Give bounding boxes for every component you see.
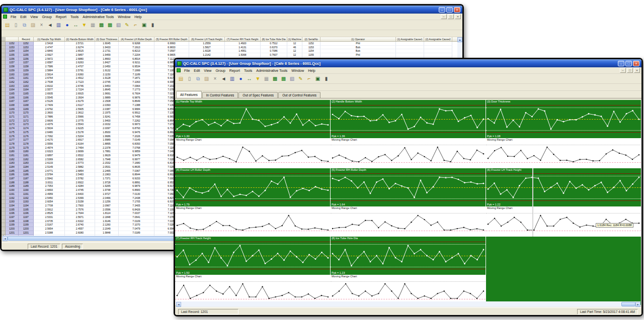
row-header[interactable]: 1175 <box>6 131 19 135</box>
minimize-button[interactable]: – <box>439 7 445 13</box>
table-cell[interactable]: 2.6480 <box>34 131 65 135</box>
column-header[interactable]: (2) Assignable Cause2 <box>424 37 452 41</box>
table-cell[interactable]: 2.0097 <box>95 127 119 131</box>
row-header[interactable]: 1182 <box>6 158 19 162</box>
table-cell[interactable]: 6.9973 <box>119 123 154 127</box>
table-cell[interactable]: 2.1532 <box>95 161 119 165</box>
table-cell[interactable]: 1154 <box>302 49 320 53</box>
tab-out-of-control-features[interactable]: Out of Control Features <box>278 92 320 98</box>
table-cell[interactable]: 2.5556 <box>34 142 65 146</box>
table-cell[interactable]: 7.0597 <box>154 49 189 53</box>
table-cell[interactable]: 2.6164 <box>65 142 95 146</box>
record-cell[interactable]: 1197 <box>19 216 34 220</box>
table-cell[interactable] <box>424 53 452 57</box>
table-cell[interactable]: 1.9453 <box>95 84 119 88</box>
row-selector[interactable] <box>2 169 6 173</box>
table-cell[interactable]: 1.4951 <box>225 49 261 53</box>
record-cell[interactable]: 1187 <box>19 177 34 181</box>
table-cell[interactable]: 6.8891 <box>119 181 154 185</box>
record-cell[interactable]: 1193 <box>19 200 34 204</box>
row-header[interactable]: 1166 <box>6 96 19 100</box>
table-row[interactable]: 115511552.59272.58571.94597.22046.98051.… <box>2 53 462 57</box>
row-header[interactable]: 1174 <box>6 127 19 131</box>
table-cell[interactable]: 2.0466 <box>95 196 119 200</box>
table-cell[interactable]: 6.8426 <box>119 208 154 212</box>
table-cell[interactable]: 7.0768 <box>119 146 154 150</box>
open-folder-icon[interactable]: ▤ <box>4 21 11 29</box>
row-header[interactable]: 1163 <box>6 84 19 88</box>
back-titlebar[interactable]: QC-CALC SPC (3.4.127) - [User Group Shop… <box>2 6 462 14</box>
mdi-close-button[interactable]: × <box>634 68 640 73</box>
table-cell[interactable]: 2.5942 <box>34 177 65 181</box>
record-cell[interactable]: 1189 <box>19 184 34 188</box>
table-cell[interactable]: 2.5671 <box>65 216 95 220</box>
table-cell[interactable]: 2.5204 <box>65 135 95 139</box>
row-selector[interactable] <box>2 80 6 84</box>
table-cell[interactable]: 1.9459 <box>95 53 119 57</box>
table-cell[interactable]: 46 <box>287 46 302 50</box>
restore-button[interactable]: □ <box>446 7 453 13</box>
column-header[interactable]: (2) SerialNo <box>302 37 320 41</box>
row-selector[interactable] <box>2 69 6 73</box>
table-cell[interactable]: 2.5912 <box>34 208 65 212</box>
front-titlebar[interactable]: QC-CALC SPC (3.4.127) - [User Group Shop… <box>175 59 641 67</box>
cards-icon[interactable]: ▧ <box>288 75 296 82</box>
table-cell[interactable]: 6.9977 <box>119 158 154 162</box>
row-header[interactable]: 1165 <box>6 92 19 96</box>
moving-range-chart[interactable]: Moving Range Chart <box>175 138 330 168</box>
restore-button[interactable]: □ <box>625 61 632 66</box>
moving-range-chart[interactable]: Moving Range Chart <box>486 138 641 168</box>
table-cell[interactable]: 2.6922 <box>65 181 95 185</box>
scroll-up-icon[interactable]: ▲ <box>457 37 462 42</box>
row-header[interactable]: 1176 <box>6 135 19 139</box>
moving-range-chart[interactable]: Moving Range Chart <box>331 275 486 305</box>
row-selector[interactable] <box>2 208 6 212</box>
record-cell[interactable]: 1194 <box>19 204 34 208</box>
table-cell[interactable]: 2.6735 <box>34 220 65 224</box>
notes-icon[interactable]: ✎ <box>123 21 131 29</box>
table-cell[interactable]: 2.5614 <box>34 73 65 77</box>
table-cell[interactable] <box>396 53 424 57</box>
table-cell[interactable]: 2.5784 <box>34 173 65 177</box>
table-cell[interactable]: 7.1189 <box>119 73 154 77</box>
table-cell[interactable]: 0.7512 <box>261 42 287 46</box>
row-header[interactable]: 1183 <box>6 161 19 165</box>
table-cell[interactable]: 1.9265 <box>95 184 119 188</box>
menu-help[interactable]: Help <box>132 15 143 19</box>
table-cell[interactable]: 6.7604 <box>119 92 154 96</box>
table-cell[interactable]: Bob <box>320 49 396 53</box>
record-cell[interactable]: 1174 <box>19 127 34 131</box>
table-cell[interactable]: 7.2262 <box>119 119 154 123</box>
table-cell[interactable]: 2.4170 <box>34 138 65 142</box>
row-selector[interactable] <box>2 103 6 108</box>
navigate-icon[interactable]: ↔ <box>246 75 253 82</box>
table-cell[interactable]: Bob <box>320 46 396 50</box>
moving-range-chart[interactable]: Moving Range Chart <box>486 206 641 237</box>
table-cell[interactable]: 7.2438 <box>119 196 154 200</box>
table-cell[interactable]: 7.1388 <box>119 103 154 108</box>
table-cell[interactable] <box>424 46 452 50</box>
table-cell[interactable]: 1.9146 <box>95 220 119 224</box>
row-selector[interactable] <box>2 173 6 177</box>
moving-range-chart[interactable]: Moving Range Chart <box>331 206 486 237</box>
table-cell[interactable]: 2.1963 <box>95 173 119 177</box>
control-chart[interactable]: (4) Freezer LH Roller DepthPpk = 1.79 <box>175 168 330 206</box>
record-dot-icon[interactable]: ● <box>63 21 71 29</box>
table-cell[interactable]: 2.2465 <box>95 169 119 173</box>
menu-window[interactable]: Window <box>289 69 306 72</box>
cut-icon[interactable]: × <box>211 75 219 82</box>
table-cell[interactable]: 2.7224 <box>65 88 95 92</box>
table-cell[interactable]: 6.9479 <box>119 154 154 158</box>
table-cell[interactable]: 1.4131 <box>225 46 261 50</box>
moving-range-chart[interactable]: Moving Range Chart <box>175 275 330 305</box>
record-cell[interactable]: 1184 <box>19 165 34 169</box>
record-cell[interactable]: 1192 <box>19 196 34 200</box>
row-selector[interactable] <box>2 73 6 77</box>
record-cell[interactable]: 1183 <box>19 161 34 165</box>
table-cell[interactable]: 2.6854 <box>65 169 95 173</box>
control-chart[interactable]: (5) Freezer RH Roller DepthPpk = 1.64 <box>331 168 486 206</box>
row-header[interactable]: 1191 <box>6 192 19 196</box>
table-cell[interactable]: 2.6587 <box>34 61 65 65</box>
table-cell[interactable]: 1.9241 <box>95 115 119 119</box>
row-header[interactable]: 1194 <box>6 204 19 208</box>
